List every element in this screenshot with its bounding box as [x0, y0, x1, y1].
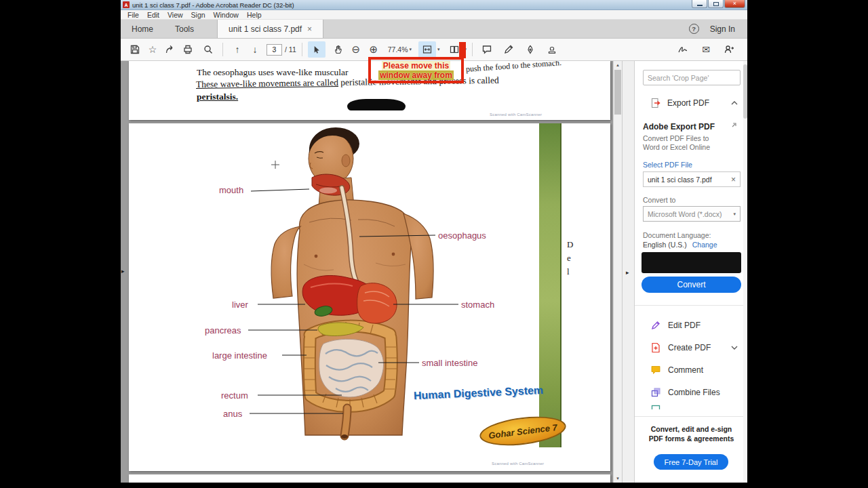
hand-tool-icon	[333, 44, 344, 55]
label-pancreas: pancreas	[205, 325, 241, 336]
scroll-down-icon[interactable]: ▼	[614, 474, 622, 483]
highlight-button[interactable]	[500, 41, 517, 58]
help-icon[interactable]: ?	[689, 24, 699, 34]
partial-tool-icon	[650, 404, 661, 409]
tab-home[interactable]: Home	[121, 20, 164, 38]
toolbar-separator	[222, 43, 223, 56]
link-icon	[730, 121, 738, 129]
chevron-down-icon[interactable]	[731, 345, 738, 350]
convert-button[interactable]: Convert	[642, 277, 741, 293]
scrollbar-thumb[interactable]	[614, 70, 621, 115]
acrobat-window: A unit 1 sci class 7.pdf - Adobe Acrobat…	[121, 0, 747, 483]
toolbar-separator	[302, 43, 302, 56]
print-button[interactable]	[179, 41, 197, 58]
close-button[interactable]: ×	[724, 0, 745, 8]
tab-close-icon[interactable]: ×	[307, 24, 312, 34]
export-description: Convert PDF Files to Word or Excel Onlin…	[643, 134, 726, 152]
page-display-icon	[449, 44, 460, 55]
document-scrollbar[interactable]: ▲ ▼	[613, 61, 622, 483]
page1-keyword: peristalsis.	[197, 92, 238, 102]
fit-width-button[interactable]	[418, 41, 436, 58]
share-button[interactable]	[161, 41, 179, 58]
signature-icon	[677, 44, 689, 55]
sign-in-button[interactable]: Sign In	[710, 24, 735, 34]
panel-collapse-icon[interactable]: ▸	[626, 269, 629, 276]
minimize-button[interactable]	[692, 0, 707, 8]
acrobat-logo-icon: A	[123, 1, 130, 8]
person-plus-icon	[724, 44, 734, 55]
save-button[interactable]	[126, 41, 144, 58]
comment-bubble-icon	[481, 44, 492, 55]
tool-combine-files[interactable]: Combine Files	[635, 383, 747, 402]
email-button[interactable]: ✉	[697, 41, 715, 58]
menu-edit[interactable]: Edit	[143, 11, 163, 19]
overlay-annotation: Please move this window away from	[368, 57, 464, 83]
window-title: unit 1 sci class 7.pdf - Adobe Acrobat R…	[132, 1, 294, 9]
label-rectum: rectum	[221, 390, 248, 401]
annotation-frame-fragment	[459, 42, 466, 58]
export-pdf-label: Export PDF	[667, 98, 709, 108]
tool-label: Combine Files	[668, 388, 720, 397]
chevron-up-icon[interactable]	[731, 100, 738, 106]
remove-file-icon[interactable]: ×	[731, 175, 736, 184]
signature-button[interactable]	[674, 41, 692, 58]
share-arrow-icon	[165, 44, 176, 55]
panel-scrollbar-thumb[interactable]	[743, 64, 747, 119]
dark-overlay-box	[642, 252, 741, 273]
window-controls: ×	[692, 0, 745, 8]
stamp-icon	[547, 44, 557, 55]
star-button[interactable]: ☆	[144, 41, 161, 58]
maximize-button[interactable]	[708, 0, 724, 8]
menu-file[interactable]: File	[123, 11, 143, 19]
page1-text-line1-left: The oesophagus uses wave-like muscular	[197, 67, 348, 78]
camscanner-watermark: Scanned with CamScanner	[490, 113, 542, 117]
tool-create-pdf[interactable]: Create PDF	[635, 338, 747, 357]
label-small-intestine: small intestine	[422, 358, 477, 368]
format-dropdown[interactable]: Microsoft Word (*.docx) ▾	[643, 206, 741, 222]
stamp-button[interactable]	[543, 41, 561, 58]
menu-sign[interactable]: Sign	[187, 11, 210, 19]
camscanner-watermark: Scanned with CamScanner	[492, 462, 544, 466]
edit-pdf-icon	[650, 320, 661, 331]
language-value: English (U.S.)	[643, 241, 687, 249]
menu-view[interactable]: View	[163, 11, 187, 19]
adobe-export-title: Adobe Export PDF	[643, 122, 715, 131]
comment-button[interactable]	[478, 41, 496, 58]
export-pdf-section-header[interactable]: Export PDF	[635, 94, 747, 113]
tool-comment[interactable]: Comment	[635, 361, 747, 380]
chevron-down-icon: ▾	[410, 47, 412, 52]
page1-text-line1-right: push the food to the stomach.	[465, 61, 561, 75]
select-pdf-file-link[interactable]: Select PDF File	[643, 161, 692, 169]
select-tool-button[interactable]	[308, 41, 326, 58]
tools-search-box[interactable]	[643, 70, 741, 85]
export-pdf-icon	[650, 98, 661, 108]
tools-search-input[interactable]	[648, 74, 736, 82]
free-trial-button[interactable]: Free 7-Day Trial	[654, 454, 728, 470]
tool-partial[interactable]	[650, 404, 661, 409]
previous-page-button[interactable]: ↑	[229, 41, 246, 58]
screen: { "window": { "title": "unit 1 sci class…	[0, 0, 868, 488]
panel-scrollbar[interactable]	[743, 61, 747, 483]
fill-sign-button[interactable]	[521, 41, 539, 58]
chevron-down-icon: ▾	[437, 47, 440, 52]
selected-file-box[interactable]: unit 1 sci class 7.pdf ×	[643, 171, 741, 187]
change-language-link[interactable]: Change	[692, 241, 717, 249]
next-page-button[interactable]: ↓	[246, 41, 264, 58]
selected-file-name: unit 1 sci class 7.pdf	[648, 176, 712, 184]
page-number-input[interactable]	[267, 44, 282, 56]
tool-edit-pdf[interactable]: Edit PDF	[635, 316, 747, 335]
menu-window[interactable]: Window	[210, 11, 243, 19]
search-button[interactable]	[199, 41, 217, 58]
tools-panel: Export PDF Adobe Export PDF Convert PDF …	[634, 61, 747, 483]
menu-help[interactable]: Help	[243, 11, 266, 19]
left-panel-expand-icon[interactable]: ▸	[121, 268, 125, 274]
zoom-out-button[interactable]: ⊖	[347, 41, 365, 58]
chevron-down-icon: ▾	[733, 211, 736, 217]
tab-document[interactable]: unit 1 sci class 7.pdf ×	[217, 20, 323, 38]
zoom-level-dropdown[interactable]: 77.4%	[388, 45, 408, 54]
add-user-button[interactable]	[720, 41, 738, 58]
hand-tool-button[interactable]	[330, 41, 347, 58]
tab-tools[interactable]: Tools	[164, 20, 205, 38]
scroll-up-icon[interactable]: ▲	[614, 61, 622, 69]
zoom-in-button[interactable]: ⊕	[365, 41, 382, 58]
